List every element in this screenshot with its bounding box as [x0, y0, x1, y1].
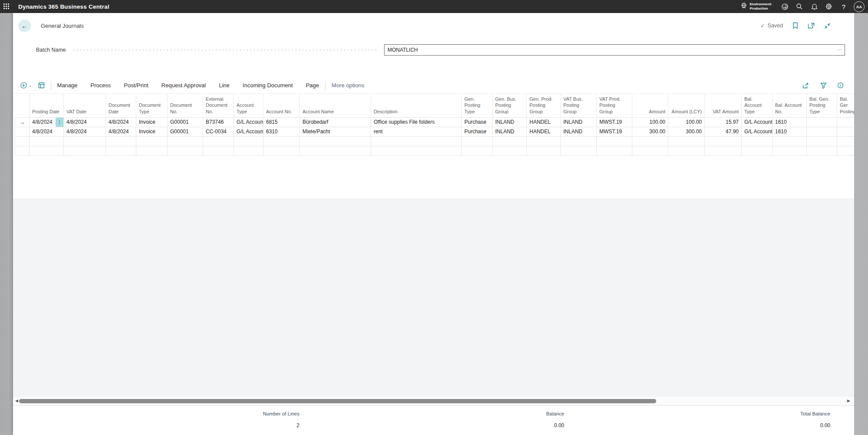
grid-cell[interactable]: 1610 [773, 117, 807, 127]
grid-cell[interactable]: 6310 [263, 127, 300, 136]
scroll-right-arrow-icon[interactable]: ▶ [847, 399, 850, 403]
menu-item-process[interactable]: Process [91, 82, 111, 89]
column-header-vat-bus-posting-group[interactable]: VAT Bus. Posting Group [561, 94, 597, 117]
grid-cell[interactable] [300, 136, 371, 146]
grid-cell[interactable] [263, 136, 300, 146]
grid-cell[interactable]: 15.97 [705, 117, 742, 127]
column-header-vat-date[interactable]: VAT Date [64, 94, 106, 117]
horizontal-scrollbar-thumb[interactable] [19, 399, 656, 403]
grid-cell[interactable] [203, 146, 234, 155]
grid-cell[interactable] [168, 136, 203, 146]
column-header-document-no-[interactable]: Document No. [168, 94, 203, 117]
column-header-bal-ger-posting[interactable]: Bal. Ger Posting [837, 94, 855, 117]
grid-cell[interactable]: MWST.19 [597, 127, 632, 136]
grid-cell[interactable]: 4/8/2024⋮ [30, 117, 64, 127]
grid-cell[interactable] [527, 136, 561, 146]
grid-cell[interactable] [106, 146, 136, 155]
grid-cell[interactable]: Purchase [462, 127, 493, 136]
grid-cell[interactable] [371, 136, 462, 146]
row-selector-cell[interactable] [15, 127, 30, 136]
grid-cell[interactable] [807, 136, 837, 146]
grid-cell[interactable]: 4/8/2024 [30, 127, 64, 136]
grid-cell[interactable] [462, 136, 493, 146]
bookmark-icon[interactable] [792, 22, 798, 29]
column-header-document-type[interactable]: Document Type [136, 94, 168, 117]
grid-cell[interactable]: 300.00 [632, 127, 668, 136]
grid-cell[interactable]: INLAND [493, 127, 527, 136]
assist-edit-button[interactable]: … [837, 46, 842, 51]
grid-cell[interactable] [462, 146, 493, 155]
grid-cell[interactable]: 1610 [773, 127, 807, 136]
column-header-amount[interactable]: Amount [632, 94, 668, 117]
grid-cell[interactable] [742, 146, 773, 155]
grid-cell[interactable]: G/L Account [742, 117, 773, 127]
column-header-account-name[interactable]: Account Name [300, 94, 371, 117]
column-header-description[interactable]: Description [371, 94, 462, 117]
analyze-icon[interactable] [38, 82, 45, 89]
grid-cell[interactable] [106, 136, 136, 146]
grid-cell[interactable] [30, 146, 64, 155]
grid-cell[interactable] [300, 146, 371, 155]
cell-context-menu-icon[interactable]: ⋮ [56, 118, 63, 127]
batch-name-input[interactable] [384, 44, 845, 56]
grid-cell[interactable] [371, 146, 462, 155]
column-header-account-no-[interactable]: Account No. [263, 94, 300, 117]
grid-cell[interactable]: CC-0034 [203, 127, 234, 136]
grid-cell[interactable] [837, 146, 855, 155]
grid-cell[interactable] [64, 136, 106, 146]
grid-cell[interactable] [561, 146, 597, 155]
grid-cell[interactable] [773, 136, 807, 146]
collapse-focus-icon[interactable] [824, 23, 831, 29]
grid-cell[interactable] [203, 136, 234, 146]
grid-cell[interactable]: 47.90 [705, 127, 742, 136]
grid-cell[interactable] [561, 136, 597, 146]
column-header-vat-prod-posting-group[interactable]: VAT Prod. Posting Group [597, 94, 632, 117]
column-header-vat-amount[interactable]: VAT Amount [705, 94, 742, 117]
column-header-bal-account-no-[interactable]: Bal. Account No. [773, 94, 807, 117]
more-options-button[interactable]: More options [332, 82, 364, 89]
menu-item-line[interactable]: Line [219, 82, 230, 89]
grid-cell[interactable] [493, 146, 527, 155]
grid-cell[interactable]: 100.00 [668, 117, 705, 127]
grid-cell[interactable] [807, 117, 837, 127]
help-icon[interactable]: ? [837, 0, 850, 13]
grid-cell[interactable] [807, 127, 837, 136]
grid-cell[interactable] [705, 136, 742, 146]
grid-cell[interactable] [493, 136, 527, 146]
back-button[interactable]: ← [18, 20, 31, 32]
grid-cell[interactable]: Office supplies File folders [371, 117, 462, 127]
menu-item-incoming-document[interactable]: Incoming Document [243, 82, 293, 89]
notifications-icon[interactable] [808, 0, 821, 13]
grid-cell[interactable] [527, 146, 561, 155]
app-launcher-icon[interactable] [0, 0, 13, 13]
open-in-new-window-icon[interactable] [808, 23, 815, 29]
row-selector-cell[interactable] [15, 136, 30, 146]
menu-item-manage[interactable]: Manage [57, 82, 78, 89]
grid-cell[interactable] [837, 127, 855, 136]
grid-cell[interactable] [263, 146, 300, 155]
grid-cell[interactable]: B73746 [203, 117, 234, 127]
menu-item-page[interactable]: Page [306, 82, 319, 89]
app-title[interactable]: Dynamics 365 Business Central [18, 3, 109, 10]
grid-cell[interactable]: 4/8/2024 [64, 127, 106, 136]
menu-item-request-approval[interactable]: Request Approval [161, 82, 206, 89]
grid-cell[interactable]: MWST.19 [597, 117, 632, 127]
grid-cell[interactable] [234, 136, 263, 146]
grid-cell[interactable]: rent [371, 127, 462, 136]
grid-cell[interactable]: Invoice [136, 117, 168, 127]
settings-gear-icon[interactable] [822, 0, 835, 13]
grid-cell[interactable]: INLAND [561, 127, 597, 136]
menu-item-post-print[interactable]: Post/Print [124, 82, 148, 89]
grid-cell[interactable] [136, 136, 168, 146]
column-header-posting-date[interactable]: Posting Date [30, 94, 64, 117]
grid-cell[interactable] [668, 136, 705, 146]
grid-cell[interactable]: 300.00 [668, 127, 705, 136]
column-header-amount-lcy-[interactable]: Amount (LCY) [668, 94, 705, 117]
grid-cell[interactable]: HANDEL [527, 127, 561, 136]
grid-cell[interactable] [597, 136, 632, 146]
grid-cell[interactable]: Bürobedarf [300, 117, 371, 127]
grid-cell[interactable]: Invoice [136, 127, 168, 136]
grid-cell[interactable]: 100.00 [632, 117, 668, 127]
column-header-bal-account-type[interactable]: Bal. Account Type [742, 94, 773, 117]
grid-cell[interactable]: 4/8/2024 [106, 127, 136, 136]
